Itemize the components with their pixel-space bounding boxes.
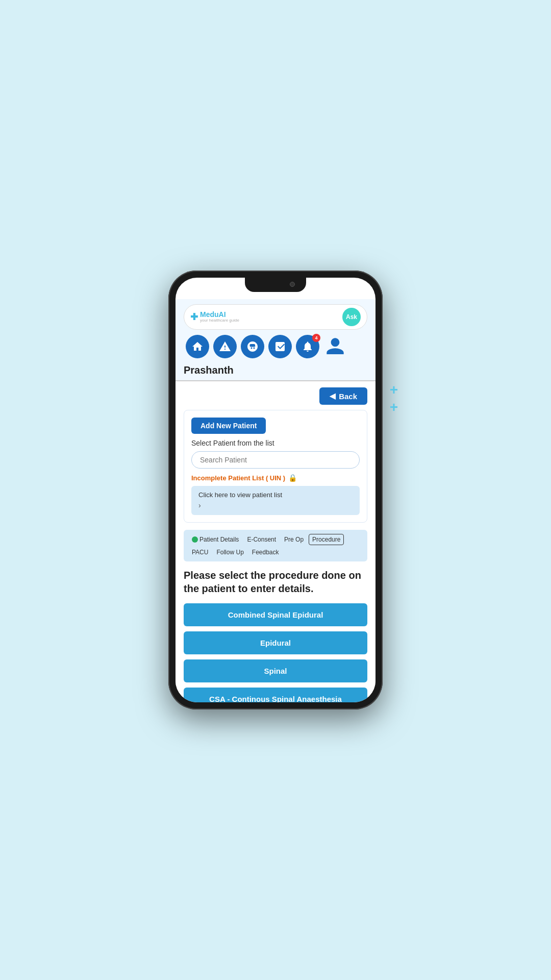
plus-icon-2[interactable]: +	[390, 400, 398, 414]
meduai-subtitle: your healthcare guide	[200, 318, 239, 323]
phone-wrapper: + + ✚ MeduAI your healthcare guide Ask	[168, 271, 383, 709]
chevron-right-icon: ›	[198, 501, 201, 509]
header-bar: ✚ MeduAI your healthcare guide Ask	[176, 299, 375, 361]
tab-check-patient-details	[192, 536, 198, 543]
tab-patient-details[interactable]: Patient Details	[189, 534, 242, 545]
nav-icon-analytics[interactable]	[268, 335, 292, 358]
tab-followup-label: Follow Up	[216, 549, 243, 556]
back-button-label: Back	[339, 392, 357, 401]
tab-pacu[interactable]: PACU	[189, 547, 211, 557]
user-icon	[325, 336, 345, 357]
screen-content: ✚ MeduAI your healthcare guide Ask	[176, 299, 375, 702]
tab-procedure[interactable]: Procedure	[309, 534, 344, 545]
tab-econsent-label: E-Consent	[247, 536, 276, 543]
tab-preop-label: Pre Op	[284, 536, 304, 543]
meduai-brand-name: MeduAI	[200, 311, 239, 318]
procedure-spinal[interactable]: Spinal	[184, 659, 367, 682]
meduai-logo: ✚ MeduAI your healthcare guide	[190, 311, 342, 323]
back-btn-row: ◀ Back	[184, 387, 367, 405]
patient-card: Add New Patient Select Patient from the …	[184, 410, 367, 523]
tab-procedure-label: Procedure	[312, 536, 340, 543]
incomplete-list-row: Incomplete Patient List ( UIN ) 🔒	[191, 474, 360, 482]
search-patient-input[interactable]	[191, 451, 360, 469]
tab-feedback-label: Feedback	[252, 549, 279, 556]
nav-icon-warning[interactable]	[213, 335, 237, 358]
tab-followup[interactable]: Follow Up	[213, 547, 246, 557]
tab-patient-details-label: Patient Details	[199, 536, 239, 543]
bell-badge: 4	[312, 334, 320, 342]
back-arrow-icon: ◀	[330, 391, 336, 401]
bell-icon	[302, 340, 314, 353]
incomplete-list-label: Incomplete Patient List ( UIN )	[191, 474, 285, 482]
patient-list-box-text: Click here to view patient list	[198, 491, 353, 499]
procedure-heading: Please select the procedure done on the …	[184, 569, 367, 595]
nav-icon-notifications[interactable]: 4	[296, 335, 319, 358]
tab-feedback[interactable]: Feedback	[249, 547, 282, 557]
front-camera	[290, 282, 295, 287]
procedure-epidural[interactable]: Epidural	[184, 631, 367, 654]
tab-pacu-label: PACU	[192, 549, 208, 556]
nav-icons-bar: 4	[184, 335, 367, 358]
patient-list-box[interactable]: Click here to view patient list ›	[191, 486, 360, 515]
user-name: Prashanth	[184, 364, 234, 376]
meduai-cross-icon: ✚	[190, 311, 198, 323]
phone-notch	[245, 278, 306, 292]
nav-icon-user[interactable]	[323, 335, 347, 358]
nav-icon-home[interactable]	[186, 335, 209, 358]
lock-icon: 🔒	[288, 474, 297, 482]
select-patient-label: Select Patient from the list	[191, 439, 360, 447]
tab-econsent[interactable]: E-Consent	[244, 534, 279, 545]
procedure-csa[interactable]: CSA - Continous Spinal Anaesthesia	[184, 688, 367, 702]
add-new-patient-button[interactable]: Add New Patient	[191, 418, 266, 434]
nav-icon-wellness[interactable]	[241, 335, 264, 358]
plus-icon-1[interactable]: +	[390, 383, 398, 397]
tab-preop[interactable]: Pre Op	[281, 534, 307, 545]
wellness-icon	[246, 340, 259, 353]
meduai-search-bar[interactable]: ✚ MeduAI your healthcare guide Ask	[184, 304, 367, 330]
analytics-icon	[274, 340, 286, 353]
user-name-section: Prashanth	[176, 361, 375, 381]
meduai-text-block: MeduAI your healthcare guide	[200, 311, 239, 323]
home-icon	[191, 340, 204, 353]
procedure-combined-spinal-epidural[interactable]: Combined Spinal Epidural	[184, 603, 367, 626]
phone-screen: ✚ MeduAI your healthcare guide Ask	[176, 278, 375, 702]
back-button[interactable]: ◀ Back	[319, 387, 367, 405]
tabs-bar: Patient Details E-Consent Pre Op Procedu…	[184, 530, 367, 561]
main-content: ◀ Back Add New Patient Select Patient fr…	[176, 381, 375, 702]
ask-button[interactable]: Ask	[342, 308, 361, 326]
side-plus-buttons: + +	[390, 383, 398, 414]
warning-icon	[219, 340, 231, 353]
